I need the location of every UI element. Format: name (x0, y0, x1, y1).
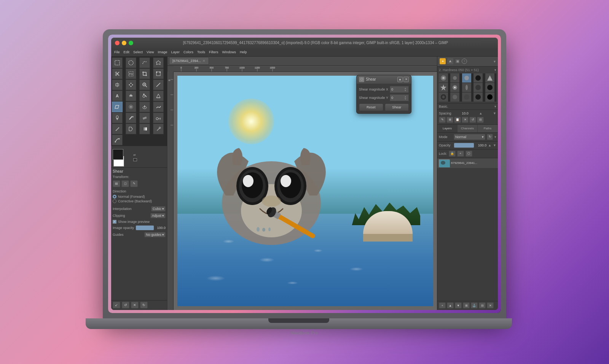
lock-pixels-btn[interactable]: 🔒 (449, 151, 456, 157)
tool-pencil[interactable] (112, 124, 123, 134)
tool-smudge[interactable] (153, 102, 164, 112)
brush-item-4[interactable] (473, 73, 483, 83)
shear-apply-button[interactable]: Shear (385, 103, 409, 111)
opacity-up-btn[interactable]: ▲ (488, 143, 491, 147)
shear-x-down[interactable]: ▼ (403, 89, 407, 92)
tool-text[interactable]: A (112, 91, 123, 101)
brush-expand-btn[interactable]: ▾ (494, 68, 496, 72)
mode-select[interactable]: Normal ▾ (454, 134, 485, 140)
tool-transform[interactable] (153, 68, 164, 79)
brush-item-9[interactable] (473, 83, 483, 92)
tool-bucket[interactable] (126, 124, 136, 134)
tool-dodge-burn[interactable] (139, 102, 150, 112)
tool-measure[interactable] (153, 79, 164, 90)
tool-clone[interactable] (139, 91, 150, 101)
lower-layer-btn[interactable]: ▼ (455, 302, 462, 308)
tool-align[interactable] (112, 79, 123, 90)
show-preview-checkbox[interactable]: ✓ (113, 220, 116, 224)
tool-paint[interactable] (126, 113, 136, 123)
anchor-layer-btn[interactable]: ⚓ (471, 302, 478, 308)
dialog-up-btn[interactable]: ▲ (397, 77, 403, 82)
mode-refresh-btn[interactable]: ↻ (487, 134, 493, 140)
tool-zoom[interactable] (139, 79, 150, 90)
lock-alpha-btn[interactable]: ⬡ (466, 151, 472, 157)
brush-tool-btn-1[interactable]: ✎ (439, 117, 446, 123)
brush-item-5[interactable] (485, 73, 494, 83)
brush-item-15[interactable] (485, 92, 494, 102)
menu-windows[interactable]: Windows (220, 50, 238, 54)
panel-help-btn[interactable]: ? (462, 59, 467, 64)
guides-select[interactable]: No guides ▾ (144, 232, 166, 237)
menu-help[interactable]: Help (238, 50, 249, 54)
tool-color-picker[interactable] (153, 124, 164, 134)
transform-selection-icon[interactable]: ◻ (121, 180, 129, 187)
shear-magnitude-y-input[interactable]: 0 ▲ ▼ (390, 94, 409, 101)
brush-tool-btn-2[interactable]: ⊞ (446, 117, 453, 123)
canvas-tab-close[interactable]: ✕ (202, 59, 206, 63)
clipping-select[interactable]: Adjust ▾ (150, 213, 166, 218)
delete-layer-btn[interactable]: ✕ (487, 302, 494, 308)
menu-colors[interactable]: Colors (182, 50, 195, 54)
brush-item-11[interactable] (439, 92, 448, 102)
menu-image[interactable]: Image (156, 50, 169, 54)
tool-path[interactable] (112, 135, 123, 145)
brush-tool-btn-4[interactable]: ✕ (462, 117, 469, 123)
direction-corrective-radio[interactable] (113, 199, 116, 203)
canvas-viewport[interactable]: ⬡ Shear ▲ ✕ (174, 72, 437, 310)
brush-item-14[interactable] (473, 92, 483, 102)
menu-edit[interactable]: Edit (122, 50, 131, 54)
channels-tab[interactable]: Channels (458, 125, 478, 132)
brush-item-7[interactable] (450, 83, 459, 92)
shear-magnitude-x-input[interactable]: 0 ▲ ▼ (390, 86, 409, 93)
transform-path-icon[interactable]: ✎ (130, 180, 138, 187)
duplicate-layer-btn[interactable]: ⊞ (463, 302, 470, 308)
maximize-button[interactable] (129, 41, 133, 45)
tool-heal[interactable] (126, 91, 136, 101)
tool-eraser[interactable] (139, 113, 150, 123)
restore-defaults-btn[interactable]: ↙ (113, 302, 120, 308)
direction-normal-radio[interactable] (113, 195, 116, 199)
brush-category-chevron[interactable]: ▾ (494, 105, 496, 108)
menu-layer[interactable]: Layer (169, 50, 181, 54)
layers-tab[interactable]: Layers (437, 125, 458, 132)
shear-x-spinner[interactable]: ▲ ▼ (403, 87, 407, 92)
brush-item-13[interactable] (462, 92, 471, 102)
tool-move[interactable] (126, 79, 136, 90)
image-opacity-slider[interactable] (136, 225, 154, 230)
tool-crop[interactable] (139, 68, 150, 79)
raise-layer-btn[interactable]: ▲ (447, 302, 454, 308)
new-layer-btn[interactable]: + (439, 302, 446, 308)
save-tool-preset-btn[interactable]: ↻ (140, 302, 148, 308)
tool-fuzzy-select[interactable] (153, 57, 164, 68)
menu-file[interactable]: File (113, 50, 121, 54)
shear-y-down[interactable]: ▼ (403, 98, 407, 100)
tool-shear[interactable] (112, 102, 123, 112)
tool-scissors[interactable] (112, 68, 123, 79)
tool-foreground-select[interactable]: FG (126, 68, 136, 79)
transform-layer-icon[interactable]: ▤ (113, 180, 120, 187)
tool-gradient[interactable] (139, 124, 150, 134)
opacity-slider[interactable] (454, 143, 474, 148)
panel-icon-3[interactable]: ⊞ (455, 59, 460, 64)
reset-button[interactable]: Reset (359, 103, 383, 111)
panel-expand-btn[interactable]: ▾ (494, 59, 496, 64)
brush-tool-btn-5[interactable]: ↺ (469, 117, 476, 123)
delete-tool-preset-btn[interactable]: ✕ (131, 302, 139, 308)
reset-colors-button[interactable] (133, 158, 137, 161)
close-button[interactable] (115, 41, 120, 45)
brush-tool-btn-6[interactable]: ⊟ (477, 117, 484, 123)
menu-tools[interactable]: Tools (196, 50, 207, 54)
brush-item-1[interactable] (439, 73, 448, 83)
tool-ellipse-select[interactable] (126, 57, 136, 68)
paths-tab[interactable]: Paths (478, 125, 498, 132)
menu-filters[interactable]: Filters (207, 50, 220, 54)
tool-rect-select[interactable] (112, 57, 123, 68)
brush-item-3[interactable] (462, 73, 471, 83)
swap-colors-button[interactable]: ⇄ (133, 153, 138, 157)
brush-item-12[interactable] (450, 92, 459, 102)
minimize-button[interactable] (122, 41, 126, 45)
tool-ink[interactable] (112, 113, 123, 123)
brush-item-6[interactable] (439, 83, 448, 92)
menu-select[interactable]: Select (132, 50, 144, 54)
brush-item-10[interactable] (485, 83, 494, 92)
